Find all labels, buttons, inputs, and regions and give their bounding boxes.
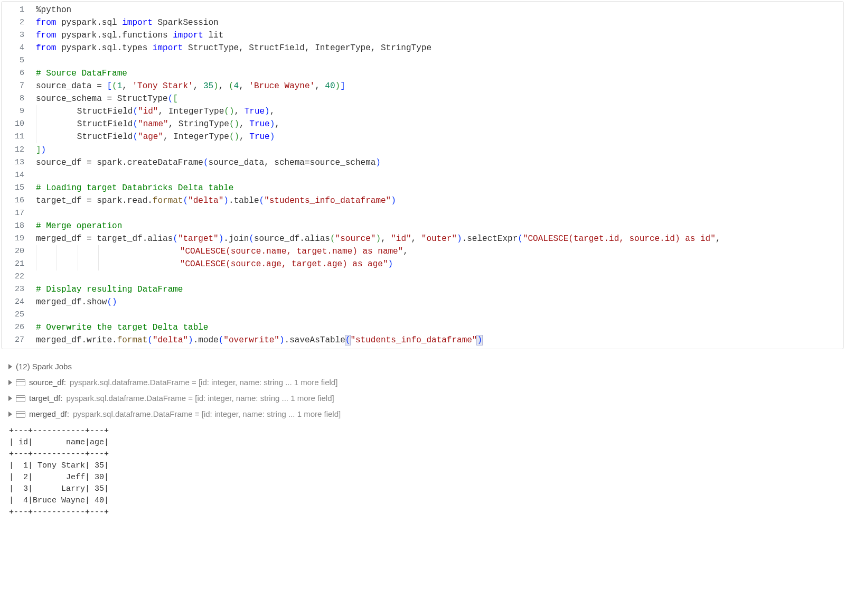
line-number: 25 (2, 309, 36, 321)
line-number: 1 (2, 4, 36, 16)
line-number: 22 (2, 270, 36, 283)
line-number: 7 (2, 80, 36, 92)
code-content[interactable]: merged_df.show() (36, 296, 843, 309)
code-line[interactable]: 25 (2, 309, 843, 321)
dataframe-summary-row[interactable]: merged_df: pyspark.sql.dataframe.DataFra… (8, 406, 837, 422)
table-icon (16, 395, 25, 402)
code-line[interactable]: 11 StructField("age", IntegerType(), Tru… (2, 130, 843, 143)
spark-jobs-label: (12) Spark Jobs (16, 361, 72, 372)
line-number: 3 (2, 29, 36, 42)
code-content[interactable]: from pyspark.sql.functions import lit (36, 29, 843, 42)
line-number: 17 (2, 207, 36, 220)
code-content[interactable]: "COALESCE(source.name, target.name) as n… (36, 245, 843, 258)
variable-name: merged_df: (29, 408, 69, 420)
code-content[interactable]: "COALESCE(source.age, target.age) as age… (36, 258, 843, 270)
dataframe-summary-row[interactable]: source_df: pyspark.sql.dataframe.DataFra… (8, 375, 837, 390)
code-line[interactable]: 18# Merge operation (2, 220, 843, 232)
line-number: 5 (2, 54, 36, 67)
line-number: 27 (2, 334, 36, 347)
table-icon (16, 379, 25, 386)
variable-name: source_df: (29, 377, 66, 388)
code-content[interactable]: # Display resulting DataFrame (36, 283, 843, 296)
code-line[interactable]: 6# Source DataFrame (2, 67, 843, 80)
variable-type: pyspark.sql.dataframe.DataFrame = [id: i… (73, 408, 341, 420)
line-number: 23 (2, 283, 36, 296)
line-number: 12 (2, 144, 36, 156)
code-content[interactable]: source_data = [(1, 'Tony Stark', 35), (4… (36, 80, 843, 92)
line-number: 10 (2, 118, 36, 130)
code-line[interactable]: 17 (2, 207, 843, 220)
line-number: 2 (2, 16, 36, 29)
code-content[interactable]: %python (36, 4, 843, 16)
line-number: 21 (2, 258, 36, 270)
code-content[interactable]: source_df = spark.createDataFrame(source… (36, 156, 843, 169)
code-line[interactable]: 10 StructField("name", StringType(), Tru… (2, 118, 843, 130)
code-line[interactable]: 3from pyspark.sql.functions import lit (2, 29, 843, 42)
code-content[interactable]: from pyspark.sql import SparkSession (36, 16, 843, 29)
line-number: 13 (2, 156, 36, 169)
code-content[interactable]: StructField("id", IntegerType(), True), (36, 105, 843, 118)
code-content[interactable]: # Source DataFrame (36, 67, 843, 80)
line-number: 24 (2, 296, 36, 309)
code-content[interactable]: StructField("age", IntegerType(), True) (36, 130, 843, 143)
expand-icon[interactable] (8, 364, 12, 369)
line-number: 11 (2, 130, 36, 143)
code-line[interactable]: 14 (2, 169, 843, 182)
code-content[interactable]: merged_df = target_df.alias("target").jo… (36, 232, 843, 245)
code-line[interactable]: 19merged_df = target_df.alias("target").… (2, 232, 843, 245)
code-line[interactable]: 1%python (2, 4, 843, 16)
code-line[interactable]: 5 (2, 54, 843, 67)
spark-jobs-row[interactable]: (12) Spark Jobs (8, 359, 837, 375)
line-number: 15 (2, 182, 36, 194)
line-number: 9 (2, 105, 36, 118)
variable-type: pyspark.sql.dataframe.DataFrame = [id: i… (66, 393, 334, 404)
dataframe-summary-row[interactable]: target_df: pyspark.sql.dataframe.DataFra… (8, 390, 837, 406)
code-line[interactable]: 24merged_df.show() (2, 296, 843, 309)
line-number: 14 (2, 169, 36, 182)
code-line[interactable]: 9 StructField("id", IntegerType(), True)… (2, 105, 843, 118)
line-number: 26 (2, 321, 36, 334)
stdout-text: +---+-----------+---+ | id| name|age| +-… (8, 422, 837, 518)
code-content[interactable]: from pyspark.sql.types import StructType… (36, 42, 843, 54)
code-content[interactable]: ]) (36, 144, 843, 156)
line-number: 19 (2, 232, 36, 245)
variable-type: pyspark.sql.dataframe.DataFrame = [id: i… (70, 377, 337, 388)
code-line[interactable]: 21 "COALESCE(source.age, target.age) as … (2, 258, 843, 270)
code-content[interactable]: source_schema = StructType([ (36, 92, 843, 105)
code-content[interactable]: merged_df.write.format("delta").mode("ov… (36, 334, 843, 347)
line-number: 16 (2, 194, 36, 207)
variable-name: target_df: (29, 393, 62, 404)
code-line[interactable]: 20 "COALESCE(source.name, target.name) a… (2, 245, 843, 258)
code-line[interactable]: 4from pyspark.sql.types import StructTyp… (2, 42, 843, 54)
line-number: 20 (2, 245, 36, 258)
code-content[interactable]: # Merge operation (36, 220, 843, 232)
code-line[interactable]: 12]) (2, 144, 843, 156)
code-line[interactable]: 27merged_df.write.format("delta").mode("… (2, 334, 843, 347)
expand-icon[interactable] (8, 380, 12, 385)
cell-output: (12) Spark Jobs source_df: pyspark.sql.d… (1, 357, 844, 518)
code-editor[interactable]: 1%python2from pyspark.sql import SparkSe… (1, 1, 844, 349)
code-content[interactable]: # Loading target Databricks Delta table (36, 182, 843, 194)
code-line[interactable]: 23# Display resulting DataFrame (2, 283, 843, 296)
code-line[interactable]: 15# Loading target Databricks Delta tabl… (2, 182, 843, 194)
code-content[interactable]: # Overwrite the target Delta table (36, 321, 843, 334)
code-content[interactable]: StructField("name", StringType(), True), (36, 118, 843, 130)
table-icon (16, 411, 25, 418)
code-line[interactable]: 8source_schema = StructType([ (2, 92, 843, 105)
line-number: 8 (2, 92, 36, 105)
line-number: 18 (2, 220, 36, 232)
line-number: 6 (2, 67, 36, 80)
code-line[interactable]: 13source_df = spark.createDataFrame(sour… (2, 156, 843, 169)
code-line[interactable]: 22 (2, 270, 843, 283)
code-line[interactable]: 2from pyspark.sql import SparkSession (2, 16, 843, 29)
expand-icon[interactable] (8, 412, 12, 417)
line-number: 4 (2, 42, 36, 54)
code-line[interactable]: 7source_data = [(1, 'Tony Stark', 35), (… (2, 80, 843, 92)
code-line[interactable]: 26# Overwrite the target Delta table (2, 321, 843, 334)
expand-icon[interactable] (8, 396, 12, 401)
code-content[interactable]: target_df = spark.read.format("delta").t… (36, 194, 843, 207)
code-line[interactable]: 16target_df = spark.read.format("delta")… (2, 194, 843, 207)
